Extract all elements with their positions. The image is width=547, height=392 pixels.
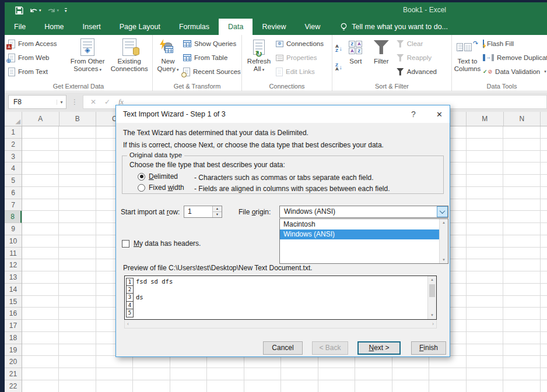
row-header-2[interactable]: 2 [5, 139, 22, 151]
scroll-left-icon[interactable]: ‹ [127, 321, 129, 327]
name-box[interactable]: F8 ▾ [8, 95, 66, 109]
dialog-title-bar[interactable]: Text Import Wizard - Step 1 of 3 ? ✕ [116, 105, 450, 123]
advanced-filter-button[interactable]: Advanced [395, 65, 445, 78]
existing-connections-button[interactable]: Existing Connections [108, 37, 150, 79]
column-header-m[interactable]: M [467, 112, 504, 126]
sort-descending-button[interactable]: ZA↓ [334, 60, 343, 74]
from-text-button[interactable]: From Text [6, 65, 67, 78]
from-web-button[interactable]: ⊕ From Web [6, 51, 67, 64]
dropdown-option[interactable]: Windows (ANSI) [280, 229, 439, 239]
row-header-3[interactable]: 3 [5, 151, 22, 163]
group-label: Data Tools [452, 83, 547, 90]
reapply-filter-button[interactable]: Reapply [395, 51, 445, 64]
remove-duplicates-button[interactable]: → Remove Duplicates [481, 51, 547, 64]
row-header-20[interactable]: 20 [5, 356, 22, 368]
my-data-has-headers-checkbox[interactable]: My data has headers. [122, 239, 201, 248]
file-origin-combobox[interactable]: Windows (ANSI) [279, 206, 448, 218]
row-header-17[interactable]: 17 [5, 320, 22, 332]
tab-formulas[interactable]: Formulas [170, 19, 219, 35]
edit-links-button[interactable]: Edit Links [274, 65, 330, 78]
row-header-1[interactable]: 1 [5, 126, 22, 139]
row-header-8[interactable]: 8 [5, 211, 22, 223]
tab-file[interactable]: File [5, 19, 35, 35]
close-icon[interactable]: ✕ [425, 110, 443, 119]
sort-ascending-button[interactable]: AZ↓ [334, 41, 343, 55]
row-header-4[interactable]: 4 [5, 163, 22, 175]
row-header-11[interactable]: 11 [5, 248, 22, 260]
tab-home[interactable]: Home [35, 19, 73, 35]
connections-button[interactable]: ⚙ Connections [274, 37, 330, 50]
column-header-n[interactable]: N [504, 112, 541, 126]
tab-review[interactable]: Review [253, 19, 295, 35]
row-header-13[interactable]: 13 [5, 271, 22, 284]
row-header-12[interactable]: 12 [5, 259, 22, 271]
next-button[interactable]: Next > [357, 341, 401, 355]
scroll-down-icon[interactable]: ▼ [428, 312, 436, 319]
row-header-16[interactable]: 16 [5, 308, 22, 320]
properties-button[interactable]: Properties [274, 51, 330, 64]
preview-horizontal-scrollbar[interactable]: ‹ › [124, 320, 437, 329]
tab-insert[interactable]: Insert [73, 19, 110, 35]
row-header-6[interactable]: 6 [5, 187, 22, 199]
from-other-sources-button[interactable]: ◈ From Other Sources▾ [67, 37, 108, 79]
scroll-up-icon[interactable]: ▲ [440, 219, 448, 226]
row-header-21[interactable]: 21 [5, 368, 22, 380]
spinner-down-icon[interactable]: ▼ [213, 212, 222, 217]
row-header-9[interactable]: 9 [5, 223, 22, 235]
tab-data[interactable]: Data [219, 19, 253, 35]
clear-filter-button[interactable]: Clear [395, 37, 445, 50]
data-validation-button[interactable]: ✓⊘ Data Validation ▾ [481, 65, 547, 78]
redo-dropdown-caret-icon[interactable]: ▾ [57, 8, 59, 13]
sort-button[interactable]: ZAAZ Sort [343, 37, 368, 79]
recent-sources-button[interactable]: Recent Sources [181, 65, 240, 78]
row-header-14[interactable]: 14 [5, 284, 22, 296]
fixed-width-radio[interactable]: Fixed width [138, 183, 184, 192]
start-row-spinner[interactable]: 1 ▲ ▼ [184, 206, 222, 218]
combobox-dropdown-button[interactable] [437, 206, 448, 217]
delimited-radio[interactable]: Delimited [138, 172, 178, 181]
scroll-right-icon[interactable]: › [432, 321, 434, 327]
from-table-button[interactable]: From Table [181, 51, 240, 64]
redo-button[interactable]: ▾ [46, 5, 61, 16]
column-header-o[interactable]: O [541, 112, 547, 126]
scrollbar-thumb[interactable] [429, 284, 435, 297]
confirm-entry-icon[interactable]: ✓ [104, 98, 110, 106]
row-header-5[interactable]: 5 [5, 175, 22, 187]
tab-page-layout[interactable]: Page Layout [110, 19, 170, 35]
row-header-15[interactable]: 15 [5, 296, 22, 308]
filter-button[interactable]: Filter [368, 37, 395, 79]
spinner-up-icon[interactable]: ▲ [213, 206, 222, 212]
finish-button[interactable]: Finish [411, 341, 446, 355]
show-queries-button[interactable]: Show Queries [181, 37, 240, 50]
cancel-entry-icon[interactable]: ✕ [90, 98, 96, 106]
customize-quick-access-toolbar-button[interactable]: ▾ [64, 5, 68, 16]
scroll-down-icon[interactable]: ▼ [440, 256, 448, 263]
refresh-all-button[interactable]: ↻ Refresh All▾ [244, 37, 274, 79]
tab-view[interactable]: View [295, 19, 329, 35]
row-header-18[interactable]: 18 [5, 332, 22, 344]
scroll-up-icon[interactable]: ▲ [428, 276, 436, 284]
help-button[interactable]: ? [402, 110, 425, 119]
undo-button[interactable]: ▾ [28, 5, 43, 16]
undo-dropdown-caret-icon[interactable]: ▾ [39, 8, 41, 13]
row-header-22[interactable]: 22 [5, 380, 22, 392]
column-header-b[interactable]: B [59, 112, 97, 126]
preview-vertical-scrollbar[interactable]: ▲ ▼ [427, 276, 436, 319]
new-query-button[interactable]: New Query▾ [155, 37, 181, 79]
dropdown-option[interactable]: Macintosh [280, 220, 439, 229]
back-button[interactable]: < Back [312, 341, 348, 355]
cancel-button[interactable]: Cancel [263, 341, 303, 355]
dropdown-scrollbar[interactable]: ▲ ▼ [439, 219, 448, 263]
save-button[interactable] [14, 5, 24, 16]
name-box-caret-icon[interactable]: ▾ [57, 100, 66, 105]
tell-me-box[interactable]: Tell me what you want to do... [340, 19, 448, 35]
select-all-button[interactable]: ◢ [5, 112, 22, 126]
row-header-19[interactable]: 19 [5, 344, 22, 356]
row-header-10[interactable]: 10 [5, 235, 22, 248]
column-header-a[interactable]: A [22, 112, 59, 126]
from-access-button[interactable]: A From Access [6, 37, 67, 50]
start-row-value[interactable]: 1 [184, 206, 212, 217]
row-header-7[interactable]: 7 [5, 199, 22, 211]
flash-fill-button[interactable]: Flash Fill [481, 37, 547, 50]
text-to-columns-button[interactable]: ↷ Text to Columns [454, 37, 481, 79]
